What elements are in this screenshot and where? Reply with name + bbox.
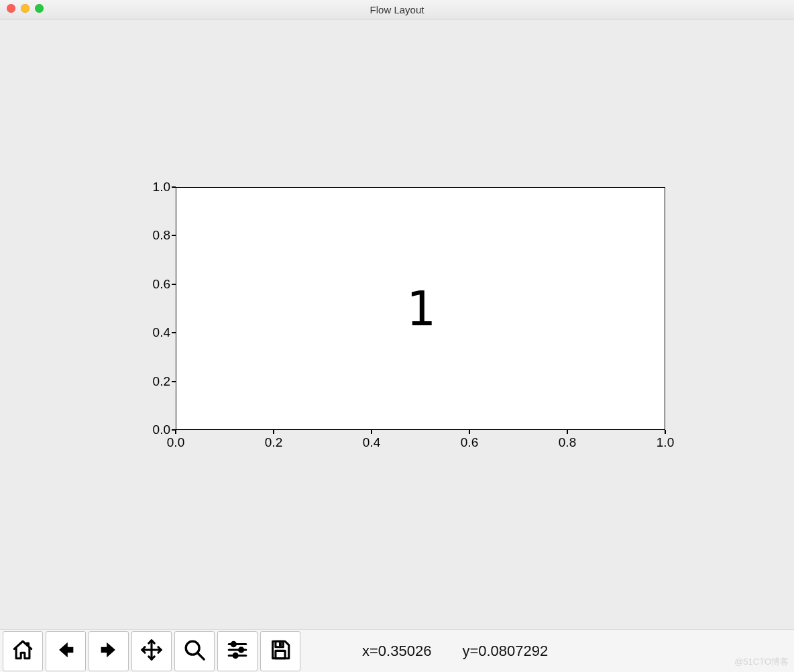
move-icon	[140, 638, 163, 664]
y-tick-label: 1.0	[130, 180, 170, 194]
y-tick-label: 0.2	[130, 374, 170, 389]
plot-area: 1 0.0 0.2 0.4 0.6 0.8 1.0 0.0 0.2 0.4 0.…	[115, 180, 679, 469]
sliders-icon	[226, 638, 249, 664]
y-tick-label: 0.4	[130, 325, 170, 340]
x-tick-mark	[469, 430, 470, 434]
x-tick-mark	[371, 430, 372, 434]
close-window-button[interactable]	[7, 4, 15, 13]
x-tick-mark	[665, 430, 666, 434]
svg-point-6	[239, 647, 243, 651]
home-icon	[11, 638, 34, 664]
x-tick-mark	[175, 430, 176, 434]
y-tick-mark	[172, 381, 176, 382]
y-tick-mark	[172, 186, 176, 188]
y-tick-label: 0.0	[130, 423, 170, 437]
y-tick-mark	[172, 235, 176, 236]
x-tick-label: 0.8	[559, 435, 576, 450]
axes[interactable]: 1	[176, 187, 665, 430]
arrow-right-icon	[97, 638, 120, 664]
cursor-coordinate-readout: x=0.35026 y=0.0807292	[362, 642, 548, 660]
x-tick-label: 0.2	[265, 435, 282, 450]
y-tick-mark	[172, 332, 176, 333]
pan-button[interactable]	[131, 631, 172, 671]
arrow-left-icon	[54, 638, 77, 664]
cursor-x-value: x=0.35026	[362, 642, 431, 660]
minimize-window-button[interactable]	[21, 4, 30, 13]
x-tick-label: 0.0	[167, 435, 184, 450]
svg-point-5	[231, 642, 235, 646]
svg-rect-9	[276, 651, 285, 658]
forward-button[interactable]	[89, 631, 129, 671]
x-tick-mark	[273, 430, 274, 434]
window-traffic-lights	[7, 4, 44, 13]
home-button[interactable]	[3, 631, 43, 671]
navigation-toolbar: x=0.35026 y=0.0807292 @51CTO博客	[0, 629, 794, 672]
zoom-icon	[183, 638, 206, 664]
titlebar: Flow Layout	[0, 0, 794, 19]
svg-line-1	[197, 653, 204, 659]
x-tick-label: 0.6	[461, 435, 478, 450]
watermark-text: @51CTO博客	[734, 656, 789, 668]
configure-subplots-button[interactable]	[217, 631, 258, 671]
y-tick-label: 0.8	[130, 228, 170, 243]
save-button[interactable]	[260, 631, 300, 671]
svg-point-7	[233, 653, 237, 657]
cursor-y-value: y=0.0807292	[462, 642, 548, 660]
axes-annotation: 1	[406, 284, 435, 333]
x-tick-label: 1.0	[657, 435, 674, 450]
back-button[interactable]	[46, 631, 86, 671]
x-tick-label: 0.4	[363, 435, 380, 450]
x-tick-mark	[567, 430, 568, 434]
window-title: Flow Layout	[370, 4, 424, 15]
zoom-button[interactable]	[174, 631, 215, 671]
maximize-window-button[interactable]	[35, 4, 44, 13]
figure-canvas[interactable]: 1 0.0 0.2 0.4 0.6 0.8 1.0 0.0 0.2 0.4 0.…	[0, 19, 794, 630]
y-tick-mark	[172, 284, 176, 285]
save-icon	[269, 638, 292, 664]
y-tick-label: 0.6	[130, 277, 170, 292]
